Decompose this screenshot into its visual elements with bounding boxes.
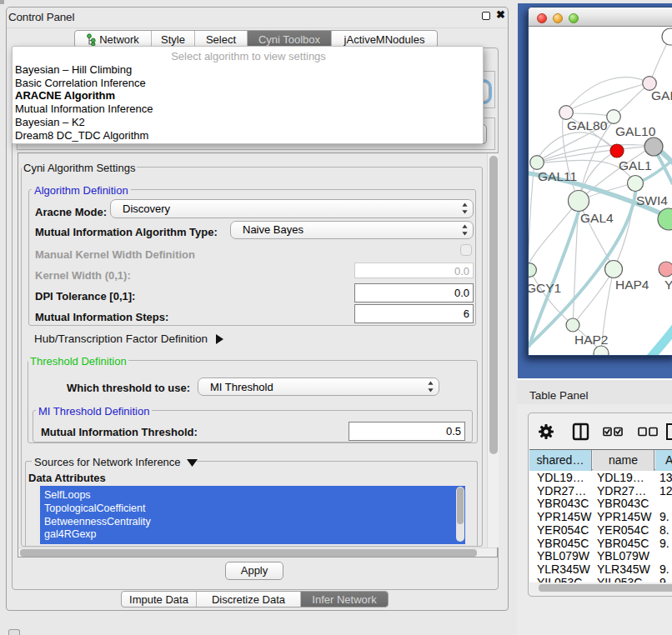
- svg-text:GCY1: GCY1: [529, 281, 561, 295]
- svg-text:GAL11: GAL11: [538, 169, 577, 183]
- svg-text:GAL7: GAL7: [651, 88, 672, 102]
- svg-text:GAL10: GAL10: [615, 124, 656, 138]
- svg-text:HAP4: HAP4: [615, 278, 649, 292]
- svg-text:SWI4: SWI4: [636, 193, 668, 208]
- svg-text:Y: Y: [664, 278, 672, 292]
- svg-text:GAL80: GAL80: [567, 118, 608, 132]
- svg-text:GAL4: GAL4: [580, 211, 614, 225]
- svg-text:HAP2: HAP2: [574, 332, 609, 347]
- svg-text:GAL1: GAL1: [619, 158, 652, 172]
